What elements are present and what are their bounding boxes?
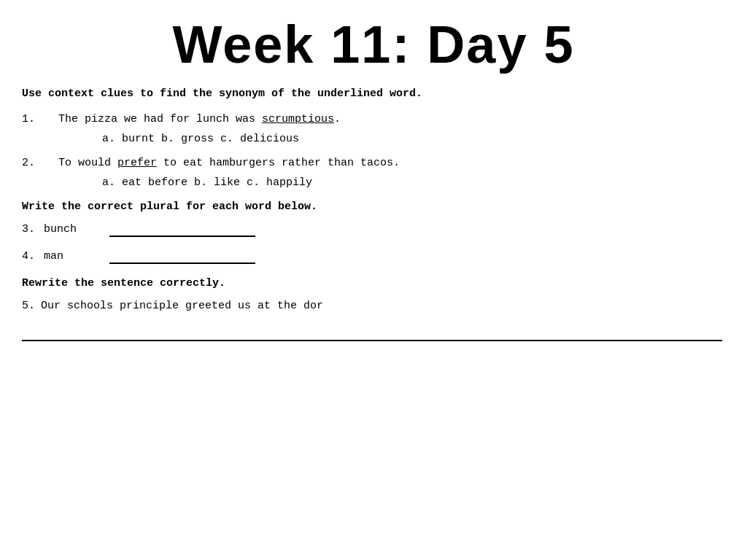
- q1-before: The pizza we had for lunch was: [58, 113, 262, 125]
- q1-text: The pizza we had for lunch was scrumptio…: [58, 113, 341, 125]
- q2-text: To would prefer to eat hamburgers rather…: [58, 157, 400, 169]
- q2-before: To would: [58, 157, 117, 169]
- q2-underlined: prefer: [117, 157, 157, 169]
- section2-heading: Write the correct plural for each word b…: [22, 201, 725, 213]
- rewrite-num: 5.: [22, 300, 35, 312]
- fill-in-3: 3. bunch: [22, 223, 725, 237]
- fill3-word: bunch: [44, 223, 102, 236]
- section3-heading: Rewrite the sentence correctly.: [22, 277, 725, 289]
- q2-after: to eat hamburgers rather than tacos.: [157, 157, 400, 169]
- question-1-line: 1. The pizza we had for lunch was scrump…: [22, 113, 725, 125]
- q1-choices: a. burnt b. gross c. delicious: [22, 133, 725, 145]
- q2-choices: a. eat before b. like c. happily: [22, 176, 725, 189]
- rewrite-blank[interactable]: [22, 327, 722, 341]
- question-2-line: 2. To would prefer to eat hamburgers rat…: [22, 157, 725, 169]
- fill4-blank[interactable]: [109, 250, 255, 264]
- fill4-num: 4.: [22, 250, 44, 262]
- q1-num: 1.: [22, 113, 58, 125]
- question-1-block: 1. The pizza we had for lunch was scrump…: [22, 113, 725, 145]
- fill3-blank[interactable]: [109, 223, 255, 237]
- page-title: Week 11: Day 5: [22, 15, 725, 74]
- question-2-block: 2. To would prefer to eat hamburgers rat…: [22, 157, 725, 189]
- q2-num: 2.: [22, 157, 58, 169]
- rewrite-question: 5. Our schools principle greeted us at t…: [22, 300, 725, 312]
- rewrite-text: Our schools principle greeted us at the …: [41, 300, 323, 312]
- q1-underlined: scrumptious: [262, 113, 334, 125]
- fill4-word: man: [44, 250, 102, 262]
- fill-in-4: 4. man: [22, 250, 725, 264]
- instruction1: Use context clues to find the synonym of…: [22, 88, 725, 100]
- q1-after: .: [334, 113, 341, 125]
- fill3-num: 3.: [22, 223, 44, 236]
